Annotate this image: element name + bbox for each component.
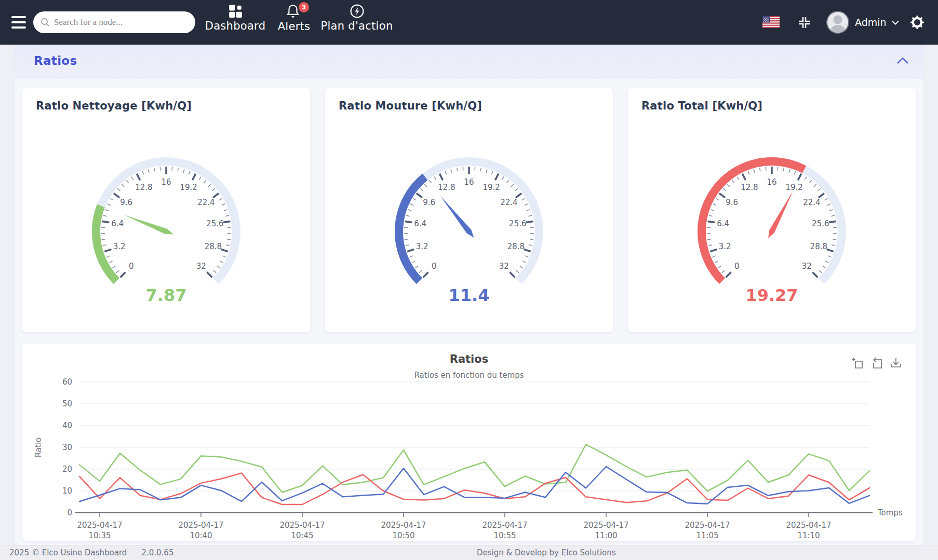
ratios-line-chart-card: Ratios Ratios en fonction du temps 01020… — [22, 344, 916, 541]
svg-text:Ratio: Ratio — [34, 438, 43, 458]
svg-text:9.6: 9.6 — [423, 198, 435, 207]
nav-item-label: Plan d'action — [321, 20, 393, 32]
footer-copyright: 2025 © Elco Usine Dashboard — [9, 548, 127, 557]
svg-text:6.4: 6.4 — [717, 219, 729, 228]
bell-icon — [286, 4, 300, 19]
username-label: Admin — [855, 17, 887, 28]
svg-text:11.4: 11.4 — [449, 285, 490, 305]
svg-text:Temps: Temps — [877, 508, 903, 517]
gauge-title: Ratio Nettoyage [Kwh/Q] — [36, 100, 192, 112]
svg-text:2025-04-17: 2025-04-17 — [77, 521, 122, 530]
search-icon — [41, 18, 50, 27]
svg-text:7.87: 7.87 — [146, 285, 187, 305]
svg-text:0: 0 — [67, 508, 72, 517]
svg-text:3.2: 3.2 — [719, 242, 731, 251]
svg-text:10:50: 10:50 — [392, 531, 414, 540]
svg-text:19.27: 19.27 — [745, 285, 798, 305]
svg-text:6.4: 6.4 — [414, 219, 426, 228]
search-input[interactable] — [54, 17, 188, 28]
svg-text:60: 60 — [62, 377, 72, 387]
svg-text:22.4: 22.4 — [197, 198, 215, 207]
svg-text:10:40: 10:40 — [190, 531, 212, 540]
svg-text:28.8: 28.8 — [810, 242, 827, 251]
page: Dashboard 3 Alerts Plan d'action — [0, 0, 938, 560]
gauge-card-mouture: Ratio Mouture [Kwh/Q] 03.26.49.612.81619… — [325, 88, 613, 332]
svg-text:10: 10 — [62, 486, 72, 496]
footer-credit: Design & Develop by Elco Solutions — [477, 548, 615, 557]
nav-item-alerts[interactable]: 3 Alerts — [274, 4, 314, 33]
hamburger-menu-icon[interactable] — [11, 16, 26, 29]
svg-text:10:35: 10:35 — [88, 531, 111, 540]
svg-text:30: 30 — [62, 443, 72, 452]
nav-item-plan-daction[interactable]: Plan d'action — [322, 4, 392, 32]
section-title: Ratios — [34, 54, 77, 67]
nav-item-label: Dashboard — [205, 20, 266, 32]
svg-text:0: 0 — [432, 262, 437, 271]
svg-text:2025-04-17: 2025-04-17 — [786, 521, 831, 530]
svg-text:50: 50 — [62, 399, 72, 408]
bolt-circle-icon — [350, 4, 364, 18]
avatar — [826, 10, 850, 34]
navbar: Dashboard 3 Alerts Plan d'action — [0, 0, 938, 45]
svg-text:16: 16 — [161, 177, 171, 187]
svg-text:12.8: 12.8 — [438, 183, 455, 192]
dashboard-grid-icon — [229, 4, 243, 18]
svg-text:9.6: 9.6 — [726, 198, 738, 207]
svg-text:2025-04-17: 2025-04-17 — [583, 521, 628, 530]
svg-text:2025-04-17: 2025-04-17 — [178, 521, 223, 530]
svg-text:9.6: 9.6 — [120, 198, 132, 207]
nav-item-dashboard[interactable]: Dashboard — [204, 4, 266, 32]
svg-text:2025-04-17: 2025-04-17 — [381, 521, 426, 530]
svg-text:2025-04-17: 2025-04-17 — [482, 521, 527, 530]
svg-text:25.6: 25.6 — [812, 219, 829, 228]
node-search[interactable] — [33, 11, 195, 33]
svg-text:32: 32 — [802, 262, 812, 271]
svg-text:11:05: 11:05 — [696, 531, 718, 540]
svg-text:19.2: 19.2 — [180, 183, 197, 192]
svg-text:22.4: 22.4 — [803, 198, 820, 207]
svg-text:20: 20 — [62, 465, 72, 474]
gauge-chart-mouture: 03.26.49.612.81619.222.425.628.83211.4 — [370, 149, 568, 321]
nav-item-label: Alerts — [278, 20, 311, 33]
svg-text:25.6: 25.6 — [509, 219, 526, 228]
svg-text:12.8: 12.8 — [135, 183, 152, 192]
gauge-title: Ratio Mouture [Kwh/Q] — [339, 100, 482, 112]
svg-text:11:10: 11:10 — [797, 531, 820, 540]
gauge-card-nettoyage: Ratio Nettoyage [Kwh/Q] 03.26.49.612.816… — [22, 88, 310, 332]
compress-screen-icon[interactable] — [797, 16, 811, 30]
svg-text:32: 32 — [499, 262, 509, 271]
line-chart: 01020304050602025-04-1710:352025-04-1710… — [22, 344, 916, 541]
gauge-chart-nettoyage: 03.26.49.612.81619.222.425.628.8327.87 — [68, 149, 265, 321]
svg-text:16: 16 — [767, 177, 776, 187]
language-flag-us[interactable] — [762, 16, 780, 28]
svg-text:16: 16 — [464, 177, 474, 187]
section-header[interactable]: Ratios — [15, 45, 923, 79]
alerts-badge: 3 — [299, 2, 309, 12]
svg-text:3.2: 3.2 — [113, 242, 126, 251]
svg-text:10:55: 10:55 — [493, 531, 516, 540]
svg-text:12.8: 12.8 — [741, 183, 758, 192]
footer: 2025 © Elco Usine Dashboard 2.0.0.65 Des… — [0, 545, 938, 560]
svg-text:22.4: 22.4 — [500, 198, 517, 207]
svg-text:32: 32 — [196, 262, 206, 271]
svg-text:25.6: 25.6 — [206, 219, 223, 228]
footer-version: 2.0.0.65 — [141, 548, 173, 557]
gauge-card-total: Ratio Total [Kwh/Q] 03.26.49.612.81619.2… — [628, 88, 916, 332]
gauge-title: Ratio Total [Kwh/Q] — [641, 100, 762, 112]
user-menu[interactable]: Admin — [826, 10, 899, 34]
svg-text:28.8: 28.8 — [507, 242, 525, 251]
svg-text:11:00: 11:00 — [595, 531, 617, 540]
settings-gear-icon[interactable] — [910, 15, 924, 30]
svg-text:28.8: 28.8 — [205, 242, 222, 251]
svg-text:0: 0 — [734, 262, 740, 271]
chevron-down-icon — [892, 20, 899, 25]
svg-text:2025-04-17: 2025-04-17 — [279, 521, 325, 530]
gauge-chart-total: 03.26.49.612.81619.222.425.628.83219.27 — [673, 149, 870, 321]
svg-text:6.4: 6.4 — [111, 219, 124, 228]
svg-text:0: 0 — [129, 262, 134, 271]
svg-text:19.2: 19.2 — [785, 183, 802, 192]
svg-text:3.2: 3.2 — [416, 242, 428, 251]
svg-text:2025-04-17: 2025-04-17 — [685, 521, 730, 530]
collapse-chevron-up-icon[interactable] — [896, 56, 909, 65]
svg-text:40: 40 — [62, 421, 72, 430]
